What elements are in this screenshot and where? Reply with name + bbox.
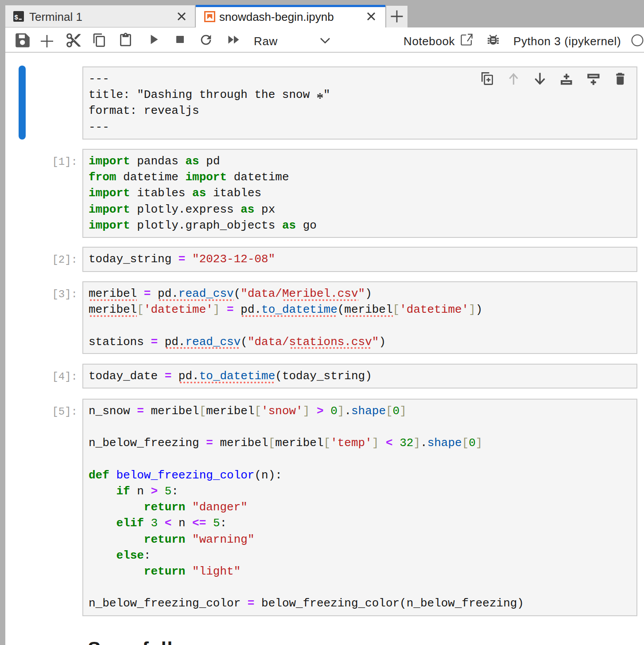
- svg-text:$: $: [15, 13, 19, 21]
